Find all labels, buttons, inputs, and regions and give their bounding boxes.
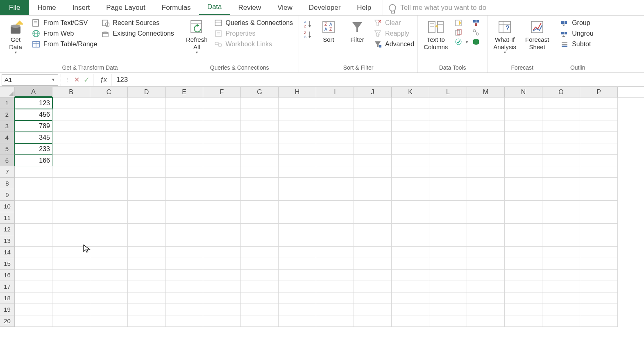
- cell-F7[interactable]: [203, 166, 241, 178]
- cell-H20[interactable]: [279, 315, 316, 327]
- cell-E10[interactable]: [166, 201, 203, 212]
- cell-O7[interactable]: [542, 166, 580, 178]
- cell-K9[interactable]: [392, 189, 429, 201]
- tab-developer[interactable]: Developer: [301, 0, 349, 15]
- cell-D6[interactable]: [128, 155, 166, 166]
- cell-I9[interactable]: [316, 189, 354, 201]
- cell-P2[interactable]: [580, 109, 618, 120]
- cell-J2[interactable]: [354, 109, 392, 120]
- cell-N13[interactable]: [505, 235, 542, 247]
- cell-G7[interactable]: [241, 166, 279, 178]
- cell-G6[interactable]: [241, 155, 279, 166]
- cell-J1[interactable]: [354, 97, 392, 109]
- cell-E3[interactable]: [166, 120, 203, 132]
- cell-N10[interactable]: [505, 201, 542, 212]
- cell-A1[interactable]: 123: [15, 97, 52, 109]
- cell-C7[interactable]: [90, 166, 128, 178]
- cell-H13[interactable]: [279, 235, 316, 247]
- cell-G5[interactable]: [241, 143, 279, 155]
- group-button[interactable]: Group: [560, 19, 593, 27]
- cell-A15[interactable]: [15, 258, 52, 270]
- cell-L8[interactable]: [429, 178, 467, 189]
- text-to-columns-button[interactable]: Text to Columns: [421, 17, 450, 52]
- cell-B20[interactable]: [52, 315, 90, 327]
- cell-J5[interactable]: [354, 143, 392, 155]
- cell-M16[interactable]: [467, 270, 505, 281]
- cell-N11[interactable]: [505, 212, 542, 224]
- cell-D3[interactable]: [128, 120, 166, 132]
- cell-M4[interactable]: [467, 132, 505, 143]
- cell-F10[interactable]: [203, 201, 241, 212]
- cell-D10[interactable]: [128, 201, 166, 212]
- recent-sources-button[interactable]: Recent Sources: [101, 19, 174, 27]
- cell-D14[interactable]: [128, 247, 166, 258]
- cell-O20[interactable]: [542, 315, 580, 327]
- cell-J19[interactable]: [354, 304, 392, 315]
- cell-D18[interactable]: [128, 292, 166, 304]
- cell-P1[interactable]: [580, 97, 618, 109]
- row-header-7[interactable]: 7: [0, 166, 15, 178]
- cell-G1[interactable]: [241, 97, 279, 109]
- cell-B7[interactable]: [52, 166, 90, 178]
- cell-H14[interactable]: [279, 247, 316, 258]
- cell-K20[interactable]: [392, 315, 429, 327]
- cell-G2[interactable]: [241, 109, 279, 120]
- cell-I6[interactable]: [316, 155, 354, 166]
- row-header-15[interactable]: 15: [0, 258, 15, 270]
- cell-C15[interactable]: [90, 258, 128, 270]
- cell-N8[interactable]: [505, 178, 542, 189]
- cell-O9[interactable]: [542, 189, 580, 201]
- cell-D9[interactable]: [128, 189, 166, 201]
- cell-K10[interactable]: [392, 201, 429, 212]
- tab-data[interactable]: Data: [199, 0, 230, 15]
- cell-N12[interactable]: [505, 224, 542, 235]
- cell-D20[interactable]: [128, 315, 166, 327]
- cell-M15[interactable]: [467, 258, 505, 270]
- cell-L9[interactable]: [429, 189, 467, 201]
- name-box[interactable]: A1 ▼: [2, 74, 58, 86]
- cell-F15[interactable]: [203, 258, 241, 270]
- column-header-A[interactable]: A: [15, 87, 52, 97]
- cell-G19[interactable]: [241, 304, 279, 315]
- relationships-button[interactable]: [472, 28, 480, 36]
- cell-J20[interactable]: [354, 315, 392, 327]
- cell-B4[interactable]: [52, 132, 90, 143]
- cell-F20[interactable]: [203, 315, 241, 327]
- cell-A10[interactable]: [15, 201, 52, 212]
- cell-H1[interactable]: [279, 97, 316, 109]
- cell-M2[interactable]: [467, 109, 505, 120]
- formula-input[interactable]: [114, 74, 642, 86]
- cell-F19[interactable]: [203, 304, 241, 315]
- cell-B10[interactable]: [52, 201, 90, 212]
- cell-L4[interactable]: [429, 132, 467, 143]
- cell-I4[interactable]: [316, 132, 354, 143]
- cell-K17[interactable]: [392, 281, 429, 292]
- cell-J13[interactable]: [354, 235, 392, 247]
- cell-M5[interactable]: [467, 143, 505, 155]
- column-header-P[interactable]: P: [580, 87, 618, 97]
- row-header-9[interactable]: 9: [0, 189, 15, 201]
- cell-B13[interactable]: [52, 235, 90, 247]
- consolidate-button[interactable]: [472, 19, 480, 27]
- cell-F8[interactable]: [203, 178, 241, 189]
- cell-I13[interactable]: [316, 235, 354, 247]
- properties-button[interactable]: Properties: [214, 29, 293, 38]
- manage-data-model-button[interactable]: [472, 38, 480, 46]
- cell-L11[interactable]: [429, 212, 467, 224]
- cell-E9[interactable]: [166, 189, 203, 201]
- cell-F6[interactable]: [203, 155, 241, 166]
- data-validation-button[interactable]: ▾: [454, 38, 468, 46]
- cell-O17[interactable]: [542, 281, 580, 292]
- cell-L19[interactable]: [429, 304, 467, 315]
- cell-K2[interactable]: [392, 109, 429, 120]
- cell-C18[interactable]: [90, 292, 128, 304]
- cell-J12[interactable]: [354, 224, 392, 235]
- get-data-button[interactable]: Get Data ▾: [3, 17, 28, 56]
- cell-P20[interactable]: [580, 315, 618, 327]
- cell-N15[interactable]: [505, 258, 542, 270]
- cell-I12[interactable]: [316, 224, 354, 235]
- cell-J16[interactable]: [354, 270, 392, 281]
- cell-G18[interactable]: [241, 292, 279, 304]
- cell-I18[interactable]: [316, 292, 354, 304]
- forecast-sheet-button[interactable]: Forecast Sheet: [523, 17, 551, 52]
